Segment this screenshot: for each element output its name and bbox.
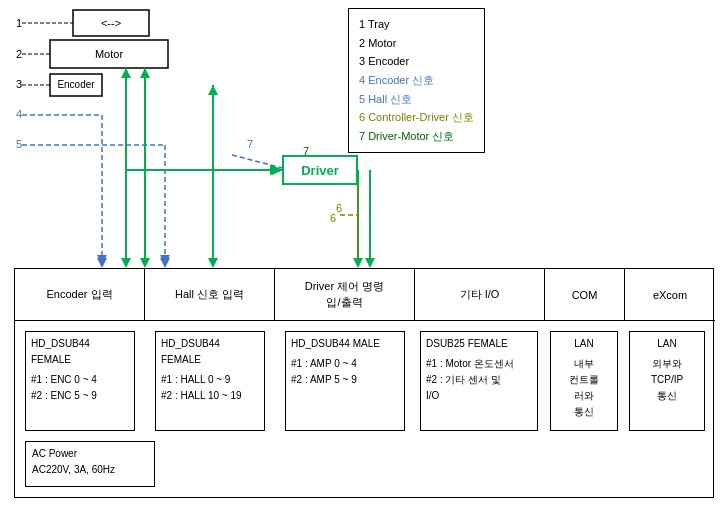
sub-encoder: HD_DSUB44 FEMALE #1 : ENC 0 ~ 4 #2 : ENC…: [25, 331, 135, 431]
svg-marker-38: [121, 258, 131, 268]
svg-marker-45: [270, 165, 284, 175]
sub-com-line1: LAN: [556, 336, 612, 352]
sub-other-line1: DSUB25 FEMALE: [426, 336, 532, 352]
svg-marker-40: [208, 258, 218, 268]
col-other-io: 기타 I/O: [415, 269, 545, 321]
legend-item-3: 3 Encoder: [359, 52, 474, 71]
col-hall-label: Hall 신호 입력: [175, 287, 244, 302]
svg-text:5: 5: [16, 138, 22, 150]
svg-text:2: 2: [16, 48, 22, 60]
svg-marker-43: [97, 258, 107, 268]
sub-hall-line2: #1 : HALL 0 ~ 9: [161, 372, 259, 388]
svg-text:Motor: Motor: [95, 48, 123, 60]
svg-rect-2: [50, 74, 102, 96]
sub-other-line2: #1 : Motor 온도센서: [426, 356, 532, 372]
svg-text:Encoder: Encoder: [57, 79, 95, 90]
col-excom: eXcom: [625, 269, 715, 321]
sub-driver-line2: #1 : AMP 0 ~ 4: [291, 356, 399, 372]
ac-power-box: AC Power AC220V, 3A, 60Hz: [25, 441, 155, 487]
svg-text:3: 3: [16, 78, 22, 90]
svg-marker-25: [121, 68, 131, 78]
sub-excom-line1: LAN: [635, 336, 699, 352]
sub-excom-line2: 외부와TCP/IP통신: [635, 356, 699, 404]
sub-other: DSUB25 FEMALE #1 : Motor 온도센서 #2 : 기타 센서…: [420, 331, 538, 431]
driver-label: Driver: [301, 163, 339, 178]
col-encoder: Encoder 입력: [15, 269, 145, 321]
col-driver-cmd: Driver 제어 명령입/출력: [275, 269, 415, 321]
legend-item-2: 2 Motor: [359, 34, 474, 53]
legend-item-7: 7 Driver-Motor 신호: [359, 127, 474, 146]
legend-item-1: 1 Tray: [359, 15, 474, 34]
col-excom-label: eXcom: [653, 289, 687, 301]
sub-driver-line3: #2 : AMP 5 ~ 9: [291, 372, 399, 388]
svg-text:7: 7: [247, 138, 253, 150]
svg-marker-41: [353, 258, 363, 268]
col-other-io-label: 기타 I/O: [460, 287, 500, 302]
driver-box: Driver: [282, 155, 358, 185]
svg-text:<-->: <-->: [101, 17, 121, 29]
svg-marker-29: [208, 85, 218, 95]
sub-encoder-line1: HD_DSUB44 FEMALE: [31, 336, 129, 368]
svg-marker-44: [160, 258, 170, 268]
svg-text:4: 4: [16, 108, 22, 120]
legend-item-5: 5 Hall 신호: [359, 90, 474, 109]
col-com: COM: [545, 269, 625, 321]
svg-text:6: 6: [336, 202, 342, 214]
sub-com-line2: 내부컨트롤러와통신: [556, 356, 612, 420]
col-encoder-label: Encoder 입력: [46, 287, 112, 302]
svg-text:6: 6: [330, 212, 336, 224]
svg-rect-1: [50, 40, 168, 68]
sub-hall: HD_DSUB44 FEMALE #1 : HALL 0 ~ 9 #2 : HA…: [155, 331, 265, 431]
sub-other-line3: #2 : 기타 센서 및: [426, 372, 532, 388]
col-hall: Hall 신호 입력: [145, 269, 275, 321]
sub-hall-line3: #2 : HALL 10 ~ 19: [161, 388, 259, 404]
sub-driver-line1: HD_DSUB44 MALE: [291, 336, 399, 352]
sub-encoder-line2: #1 : ENC 0 ~ 4: [31, 372, 129, 388]
svg-marker-21: [160, 255, 170, 265]
ac-power-label: AC Power: [32, 446, 148, 462]
sub-driver: HD_DSUB44 MALE #1 : AMP 0 ~ 4 #2 : AMP 5…: [285, 331, 405, 431]
col-driver-cmd-label: Driver 제어 명령입/출력: [305, 279, 384, 310]
sub-other-line4: I/O: [426, 388, 532, 404]
svg-rect-0: [73, 10, 149, 36]
diagram: <--> Motor Encoder 1 2 3 4 5 6 7 7: [0, 0, 728, 516]
svg-text:1: 1: [16, 17, 22, 29]
svg-marker-39: [140, 258, 150, 268]
sub-encoder-line3: #2 : ENC 5 ~ 9: [31, 388, 129, 404]
legend-item-4: 4 Encoder 신호: [359, 71, 474, 90]
svg-marker-18: [97, 255, 107, 265]
legend-box: 1 Tray 2 Motor 3 Encoder 4 Encoder 신호 5 …: [348, 8, 485, 153]
col-com-label: COM: [572, 289, 598, 301]
sub-com: LAN 내부컨트롤러와통신: [550, 331, 618, 431]
sub-excom: LAN 외부와TCP/IP통신: [629, 331, 705, 431]
svg-marker-27: [140, 68, 150, 78]
controller-area: Encoder 입력 Hall 신호 입력 Driver 제어 명령입/출력 기…: [14, 268, 714, 498]
ac-power-sub: AC220V, 3A, 60Hz: [32, 462, 148, 478]
legend-item-6: 6 Controller-Driver 신호: [359, 108, 474, 127]
sub-hall-line1: HD_DSUB44 FEMALE: [161, 336, 259, 368]
svg-marker-42: [365, 258, 375, 268]
